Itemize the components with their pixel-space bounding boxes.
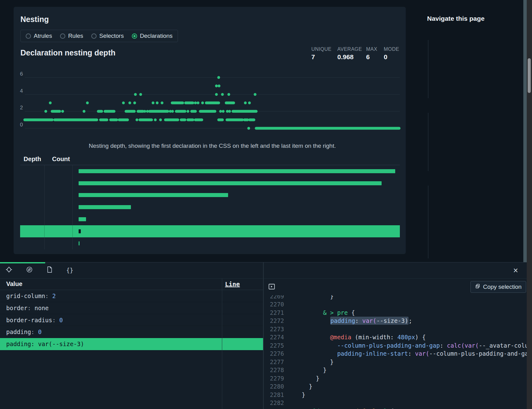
sidebar-item-specificity[interactable] (434, 186, 527, 200)
tab-network[interactable] (26, 266, 36, 275)
count-bar (79, 193, 228, 197)
sidebar-item-pseudo-classes[interactable] (434, 215, 527, 229)
stat-value: 0.968 (337, 53, 362, 61)
sidebar-item-ruleset-sizes[interactable] (434, 142, 527, 156)
tab-inspector[interactable] (6, 266, 15, 275)
depth-cell (20, 201, 45, 213)
depth-table-row-5[interactable] (20, 225, 400, 237)
sidebar-item-selectors-per-ruleset[interactable] (434, 113, 527, 127)
line-number: 2283 (270, 407, 294, 409)
radio-label: Rules (68, 33, 83, 39)
scatter-run (231, 110, 257, 113)
scrollbar-thumb[interactable] (528, 58, 531, 93)
value-column-header: Value (6, 280, 22, 288)
sidebar-item-combinators[interactable] (434, 229, 527, 244)
tab-report-data[interactable] (46, 266, 56, 275)
sidebar-item-complexity[interactable] (434, 55, 527, 69)
devtools-panel: {} × Value Line grid-column: 2border: no… (0, 262, 527, 409)
scatter-run (104, 110, 115, 113)
scatter-dot (159, 118, 162, 121)
code-line-2282: 2282 (264, 399, 527, 407)
line-number: 2276 (270, 350, 294, 358)
copy-selection-button[interactable]: Copy selection (470, 281, 526, 293)
scatter-dot (221, 93, 224, 96)
depth-table-row-1[interactable] (20, 177, 400, 189)
scatter-run (249, 118, 255, 121)
depth-table-row-2[interactable] (20, 189, 400, 201)
scatter-dot (197, 102, 199, 104)
line-number: 2274 (270, 333, 294, 341)
scatter-run (148, 110, 169, 113)
y-axis-label: 4 (20, 88, 23, 94)
scatter-dot (222, 110, 225, 113)
stat-value: 0 (384, 53, 399, 61)
tab-all-css[interactable]: {} (66, 267, 76, 274)
stat-max: MAX6 (366, 46, 377, 61)
value-row-2[interactable]: border-radius: 0 (0, 314, 263, 326)
y-axis-label: 6 (20, 71, 23, 77)
code-toolbar: Copy selection (264, 279, 527, 295)
sidebar-item-complexity[interactable] (434, 200, 527, 215)
document-icon (46, 266, 53, 275)
sidebar-item-declarations-per-ruleset[interactable] (434, 127, 527, 142)
scatter-dot (201, 102, 204, 104)
sidebar-item-embedded-content[interactable] (434, 69, 527, 84)
sidebar-section-selectors (427, 171, 527, 186)
radio-option-declarations[interactable]: Declarations (132, 33, 173, 39)
radio-option-selectors[interactable]: Selectors (91, 33, 124, 39)
radio-option-atrules[interactable]: Atrules (26, 33, 52, 39)
scatter-run (225, 102, 235, 104)
sidebar-item-composition[interactable] (434, 40, 527, 55)
line-number: 2282 (270, 399, 294, 407)
scatter-run (243, 118, 249, 121)
depth-table-row-3[interactable] (20, 201, 400, 213)
braces-icon: {} (66, 267, 73, 274)
depth-table-row-4[interactable] (20, 213, 400, 225)
value-row-4[interactable]: padding: var(--size-3) (0, 338, 263, 350)
scatter-run (190, 110, 197, 113)
sidebar-section-rulesets (427, 98, 527, 113)
scatter-dot (161, 102, 163, 104)
line-number: 2277 (270, 358, 294, 366)
stat-average: AVERAGE0.968 (337, 46, 362, 61)
value-row-0[interactable]: grid-column: 2 (0, 290, 263, 302)
declaration-value: padding: var(--size-3) (6, 341, 84, 347)
scatter-dot (154, 118, 157, 121)
stat-label: MAX (366, 46, 377, 52)
scatter-dot (128, 102, 131, 104)
sidebar-item-comments[interactable] (434, 84, 527, 98)
scatter-dot (61, 110, 64, 113)
count-bar (79, 181, 382, 185)
scatter-dot (244, 102, 247, 104)
page-scrollbar[interactable] (527, 0, 532, 409)
stat-label: UNIQUE (311, 46, 331, 52)
sidebar-section-items (428, 113, 527, 171)
panel-toggle-icon[interactable] (268, 283, 275, 290)
depth-table-row-6[interactable] (20, 237, 400, 249)
sidebar-item-nesting[interactable] (434, 156, 527, 171)
line-number: 2278 (270, 366, 294, 374)
close-panel-button[interactable]: × (513, 265, 518, 276)
value-row-1[interactable]: border: none (0, 302, 263, 314)
value-row-3[interactable]: padding: 0 (0, 326, 263, 338)
inspector-target-icon (6, 266, 12, 275)
count-cell (45, 189, 73, 201)
scatter-dot (219, 110, 222, 113)
radio-option-rules[interactable]: Rules (60, 33, 83, 39)
scatter-dot (136, 118, 138, 121)
scatter-dot (83, 110, 85, 113)
scatter-dot (122, 102, 125, 104)
sidebar-item-vendor-prefixed[interactable] (434, 244, 527, 258)
scatter-run (175, 110, 186, 113)
code-line-2283: 2283 &[data-type="default"] { (264, 407, 527, 409)
scatter-run (171, 102, 184, 104)
depth-table-row-0[interactable] (20, 165, 400, 177)
scatter-dot (134, 93, 137, 96)
count-column-header: Count (45, 156, 70, 163)
scatter-dot (171, 110, 174, 113)
depth-cell (20, 177, 45, 189)
code-line-2276: 2276 padding-inline-start: var(--column-… (264, 350, 527, 358)
line-column-header[interactable]: Line (225, 280, 240, 288)
count-bar (79, 217, 86, 221)
scatter-run (255, 127, 400, 130)
